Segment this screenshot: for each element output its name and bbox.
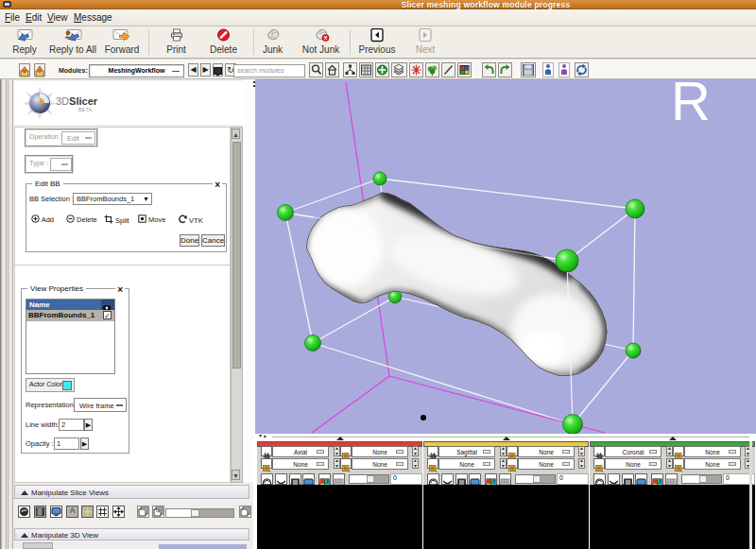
svg-text:R: R [671,79,711,131]
